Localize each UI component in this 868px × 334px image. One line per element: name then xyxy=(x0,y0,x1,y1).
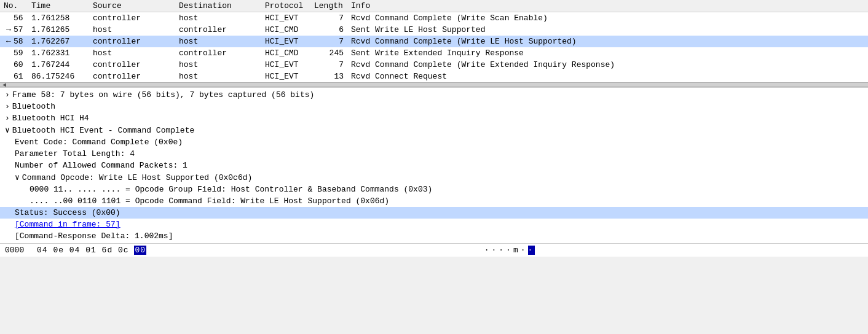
detail-cmd-frame-row[interactable]: [Command in frame: 57] xyxy=(0,219,868,230)
detail-opcode-row[interactable]: ∨Command Opcode: Write LE Host Supported… xyxy=(0,171,868,184)
cell-length: 13 xyxy=(310,71,347,82)
cell-length: 7 xyxy=(310,36,347,47)
cell-info: Rcvd Command Complete (Write Scan Enable… xyxy=(347,12,868,25)
cell-dest: controller xyxy=(175,24,261,36)
cell-info: Sent Write Extended Inquiry Response xyxy=(347,47,868,59)
cell-protocol: HCI_CMD xyxy=(261,47,310,59)
detail-hci-h4-row[interactable]: ›Bluetooth HCI H4 xyxy=(0,112,868,124)
cell-dest: host xyxy=(175,71,261,82)
detail-opcode-group-row[interactable]: 0000 11.. .... .... = Opcode Group Field… xyxy=(0,184,868,195)
row-arrow-icon: ← xyxy=(4,37,14,46)
row-arrow-icon xyxy=(4,49,14,58)
cell-time: 1.761265 xyxy=(28,24,89,36)
hex-byte-selected[interactable]: 00 xyxy=(134,246,146,255)
table-row[interactable]: 6186.175246controllerhostHCI_EVT13Rcvd C… xyxy=(0,71,868,82)
detail-frame-text: Frame 58: 7 bytes on wire (56 bits), 7 b… xyxy=(12,90,314,99)
cell-dest: host xyxy=(175,59,261,71)
detail-panel: ›Frame 58: 7 bytes on wire (56 bits), 7 … xyxy=(0,87,868,243)
cell-dest: host xyxy=(175,12,261,25)
cell-source: host xyxy=(89,47,175,59)
cell-protocol: HCI_EVT xyxy=(261,59,310,71)
cell-length: 7 xyxy=(310,59,347,71)
detail-num-allowed-row[interactable]: Number of Allowed Command Packets: 1 xyxy=(0,160,868,171)
detail-opcode-cmd-row[interactable]: .... ..00 0110 1101 = Opcode Command Fie… xyxy=(0,195,868,207)
col-header-length[interactable]: Length xyxy=(310,0,347,12)
cell-source: controller xyxy=(89,71,175,82)
cell-time: 1.762331 xyxy=(28,47,89,59)
cell-time: 86.175246 xyxy=(28,71,89,82)
col-header-info[interactable]: Info xyxy=(347,0,868,12)
cell-no: ←58 xyxy=(0,36,28,47)
detail-param-length-row[interactable]: Parameter Total Length: 4 xyxy=(0,148,868,160)
detail-bluetooth-row[interactable]: ›Bluetooth xyxy=(0,101,868,112)
row-arrow-icon xyxy=(4,60,14,69)
hex-ascii-area: ····m·· xyxy=(156,246,863,255)
row-arrow-icon: → xyxy=(4,25,14,34)
detail-cmd-response-text: [Command-Response Delta: 1.002ms] xyxy=(15,231,173,241)
cell-length: 245 xyxy=(310,47,347,59)
hex-ascii-selected[interactable]: · xyxy=(528,246,535,255)
col-header-no[interactable]: No. xyxy=(0,0,28,12)
row-arrow-icon xyxy=(4,72,14,81)
table-row[interactable]: 561.761258controllerhostHCI_EVT7Rcvd Com… xyxy=(0,12,868,25)
detail-opcode-cmd-text: .... ..00 0110 1101 = Opcode Command Fie… xyxy=(30,196,389,206)
detail-opcode-group-text: 0000 11.. .... .... = Opcode Group Field… xyxy=(30,185,432,194)
hex-offset: 0000 xyxy=(5,246,27,255)
col-header-source[interactable]: Source xyxy=(89,0,175,12)
cell-dest: host xyxy=(175,36,261,47)
cell-time: 1.767244 xyxy=(28,59,89,71)
detail-event-code-text: Event Code: Command Complete (0x0e) xyxy=(15,138,183,147)
divider-icon: ◀ xyxy=(0,81,9,88)
table-row[interactable]: 601.767244controllerhostHCI_EVT7Rcvd Com… xyxy=(0,59,868,71)
cell-source: host xyxy=(89,24,175,36)
hex-panel: 0000 04 0e 04 01 6d 0c 00 ····m·· xyxy=(0,243,868,257)
detail-num-allowed-text: Number of Allowed Command Packets: 1 xyxy=(15,161,187,170)
packet-list-table: No. Time Source Destination Protocol Len… xyxy=(0,0,868,82)
hex-ascii-before: ····m· xyxy=(484,246,528,255)
col-header-time[interactable]: Time xyxy=(28,0,89,12)
detail-hci-event-row[interactable]: ∨Bluetooth HCI Event - Command Complete xyxy=(0,124,868,136)
table-row[interactable]: ←581.762267controllerhostHCI_EVT7Rcvd Co… xyxy=(0,36,868,47)
expand-frame-icon: › xyxy=(5,90,10,99)
cell-time: 1.761258 xyxy=(28,12,89,25)
cell-source: controller xyxy=(89,36,175,47)
hex-bytes-before: 04 0e 04 01 6d 0c xyxy=(37,246,129,255)
detail-status-text: Status: Success (0x00) xyxy=(15,208,120,217)
detail-cmd-response-row[interactable]: [Command-Response Delta: 1.002ms] xyxy=(0,230,868,242)
detail-hci-h4-text: Bluetooth HCI H4 xyxy=(12,114,89,123)
detail-hci-event-text: Bluetooth HCI Event - Command Complete xyxy=(12,126,194,135)
table-row[interactable]: 591.762331hostcontrollerHCI_CMD245Sent W… xyxy=(0,47,868,59)
cell-dest: controller xyxy=(175,47,261,59)
cell-no: 60 xyxy=(0,59,28,71)
detail-cmd-frame-text: [Command in frame: 57] xyxy=(15,220,120,229)
table-header-row: No. Time Source Destination Protocol Len… xyxy=(0,0,868,12)
detail-opcode-text: Command Opcode: Write LE Host Supported … xyxy=(22,173,252,182)
cell-info: Rcvd Command Complete (Write LE Host Sup… xyxy=(347,36,868,47)
hex-bytes: 04 0e 04 01 6d 0c 00 xyxy=(37,246,146,255)
expand-hci-h4-icon: › xyxy=(5,114,10,123)
cell-info: Sent Write LE Host Supported xyxy=(347,24,868,36)
detail-bluetooth-text: Bluetooth xyxy=(12,102,55,111)
cell-no: 56 xyxy=(0,12,28,25)
detail-param-length-text: Parameter Total Length: 4 xyxy=(15,149,135,158)
expand-bluetooth-icon: › xyxy=(5,102,10,111)
detail-frame-row[interactable]: ›Frame 58: 7 bytes on wire (56 bits), 7 … xyxy=(0,89,868,101)
detail-status-row[interactable]: Status: Success (0x00) xyxy=(0,207,868,219)
cell-info: Rcvd Connect Request xyxy=(347,71,868,82)
cell-protocol: HCI_EVT xyxy=(261,71,310,82)
table-row[interactable]: →571.761265hostcontrollerHCI_CMD6Sent Wr… xyxy=(0,24,868,36)
col-header-protocol[interactable]: Protocol xyxy=(261,0,310,12)
cell-protocol: HCI_CMD xyxy=(261,24,310,36)
cell-protocol: HCI_EVT xyxy=(261,12,310,25)
detail-event-code-row[interactable]: Event Code: Command Complete (0x0e) xyxy=(0,136,868,148)
col-header-destination[interactable]: Destination xyxy=(175,0,261,12)
expand-hci-event-icon: ∨ xyxy=(5,126,10,135)
cell-protocol: HCI_EVT xyxy=(261,36,310,47)
cell-length: 7 xyxy=(310,12,347,25)
panel-divider[interactable]: ◀ xyxy=(0,82,868,87)
cell-time: 1.762267 xyxy=(28,36,89,47)
expand-opcode-icon: ∨ xyxy=(15,173,20,182)
cell-info: Rcvd Command Complete (Write Extended In… xyxy=(347,59,868,71)
cell-source: controller xyxy=(89,59,175,71)
row-arrow-icon xyxy=(4,14,14,23)
